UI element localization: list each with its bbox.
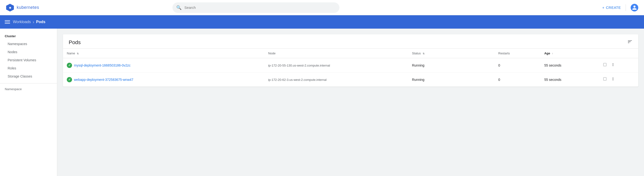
status-running-icon: ✓ <box>67 77 72 82</box>
table-row: ✓ webapp-deployment-372583675-wnw47 ip-1… <box>63 72 638 87</box>
pod-node-text: ip-172-20-55-130.us-west-2.compute.inter… <box>268 64 330 67</box>
sort-arrows-status: ⇅ <box>423 52 424 55</box>
cluster-section-label: Cluster <box>0 34 57 40</box>
pod-node-cell: ip-172-20-62-3.us-west-2.compute.interna… <box>264 72 408 87</box>
sidebar-item-persistent-volumes[interactable]: Persistent Volumes <box>0 56 57 64</box>
column-header-node: Node <box>264 49 408 58</box>
create-plus: + <box>602 6 604 10</box>
pod-age-cell: 55 seconds <box>540 58 598 72</box>
column-header-restarts: Restarts <box>494 49 540 58</box>
sidebar-divider <box>0 83 57 84</box>
nav-right: + CREATE <box>602 4 638 12</box>
pod-status-text: Running <box>412 64 424 67</box>
pods-table: Name ⇅ Node Status ⇅ Restarts <box>63 49 638 86</box>
sidebar-item-namespaces[interactable]: Namespaces <box>0 40 57 48</box>
search-bar[interactable]: 🔍 <box>172 2 340 13</box>
pod-restarts-value: 0 <box>498 78 500 82</box>
table-header-row: Name ⇅ Node Status ⇅ Restarts <box>63 49 638 58</box>
row-actions <box>602 62 634 69</box>
logo-text: kubernetes <box>17 5 39 10</box>
pod-name-cell: ✓ webapp-deployment-372583675-wnw47 <box>63 72 264 87</box>
pod-more-button[interactable] <box>610 62 616 69</box>
pod-more-button[interactable] <box>610 76 616 83</box>
breadcrumb-pods: Pods <box>36 20 45 24</box>
pod-restarts-value: 0 <box>498 64 500 67</box>
pods-card: Pods Name ⇅ Node <box>63 34 638 86</box>
sidebar-item-storage-classes[interactable]: Storage Classes <box>0 72 57 80</box>
pod-restarts-cell: 0 <box>494 72 540 87</box>
create-label: CREATE <box>606 6 621 10</box>
pod-link[interactable]: webapp-deployment-372583675-wnw47 <box>74 78 133 82</box>
pod-age-value: 55 seconds <box>544 78 562 82</box>
logo[interactable]: ⎈ kubernetes <box>6 3 39 12</box>
filter-icon[interactable] <box>627 39 632 46</box>
column-header-name[interactable]: Name ⇅ <box>63 49 264 58</box>
column-header-age[interactable]: Age ↑ <box>540 49 598 58</box>
pod-status-cell: Running <box>408 72 494 87</box>
main-layout: Cluster Namespaces Nodes Persistent Volu… <box>0 28 644 176</box>
pod-actions-cell <box>598 58 638 72</box>
sort-arrows-age: ↑ <box>552 52 553 55</box>
sidebar: Cluster Namespaces Nodes Persistent Volu… <box>0 28 57 176</box>
card-header: Pods <box>63 34 638 49</box>
user-avatar[interactable] <box>631 4 638 12</box>
column-header-actions <box>598 49 638 58</box>
breadcrumb-workloads[interactable]: Workloads <box>13 20 31 24</box>
pod-actions-cell <box>598 72 638 87</box>
page-title: Pods <box>69 39 80 46</box>
hamburger-menu[interactable] <box>5 20 10 24</box>
search-icon: 🔍 <box>176 5 182 10</box>
pod-status-cell: Running <box>408 58 494 72</box>
namespace-section-label: Namespace <box>0 86 57 93</box>
pod-node-text: ip-172-20-62-3.us-west-2.compute.interna… <box>268 78 326 82</box>
row-actions <box>602 76 634 83</box>
sidebar-item-roles[interactable]: Roles <box>0 64 57 72</box>
sidebar-item-nodes[interactable]: Nodes <box>0 48 57 56</box>
pod-link[interactable]: mysql-deployment-1668503186-0v2zc <box>74 64 130 67</box>
pod-name-cell: ✓ mysql-deployment-1668503186-0v2zc <box>63 58 264 72</box>
status-running-icon: ✓ <box>67 63 72 68</box>
breadcrumb-bar: Workloads › Pods <box>0 15 644 28</box>
pod-age-value: 55 seconds <box>544 64 562 67</box>
pod-status-text: Running <box>412 78 424 82</box>
pod-node-cell: ip-172-20-55-130.us-west-2.compute.inter… <box>264 58 408 72</box>
search-input[interactable] <box>184 6 336 10</box>
svg-text:⎈: ⎈ <box>9 6 11 10</box>
account-icon <box>632 5 637 10</box>
kubernetes-logo-icon: ⎈ <box>6 3 14 12</box>
pod-age-cell: 55 seconds <box>540 72 598 87</box>
pod-logs-button[interactable] <box>602 62 608 69</box>
pod-logs-button[interactable] <box>602 76 608 83</box>
sort-arrows-name: ⇅ <box>77 52 79 55</box>
pod-restarts-cell: 0 <box>494 58 540 72</box>
create-button[interactable]: + CREATE <box>602 6 621 10</box>
breadcrumb: Workloads › Pods <box>13 20 45 24</box>
table-row: ✓ mysql-deployment-1668503186-0v2zc ip-1… <box>63 58 638 72</box>
column-header-status[interactable]: Status ⇅ <box>408 49 494 58</box>
content-area: Pods Name ⇅ Node <box>57 28 644 176</box>
top-navigation: ⎈ kubernetes 🔍 + CREATE <box>0 0 644 15</box>
breadcrumb-separator: › <box>33 20 34 24</box>
